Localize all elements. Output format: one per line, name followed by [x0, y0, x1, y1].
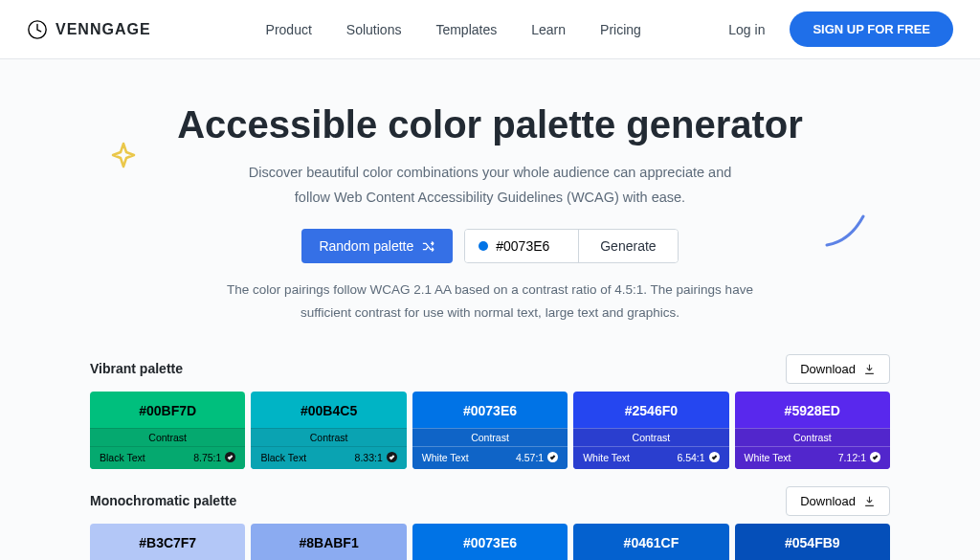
palette-title: Monochromatic palette	[90, 493, 236, 508]
color-swatch[interactable]: #00BF7D Contrast Black Text 8.75:1	[90, 392, 245, 469]
swatch-text-type: Black Text	[100, 452, 145, 463]
header: VENNGAGE Product Solutions Templates Lea…	[0, 0, 980, 59]
download-icon	[863, 495, 876, 507]
login-link[interactable]: Log in	[728, 22, 765, 37]
swatch-hex: #0073E6	[412, 392, 568, 428]
check-icon	[225, 452, 235, 462]
hex-input-wrapper	[465, 230, 578, 262]
swatch-ratio: 7.12:1	[838, 452, 866, 463]
brand-logo[interactable]: VENNGAGE	[27, 19, 151, 40]
swatch-ratio: 6.54:1	[677, 452, 704, 463]
swatch-text-type: White Text	[422, 452, 469, 463]
swatch-hex: #0073E6	[412, 524, 568, 560]
swatch-hex: #0461CF	[573, 524, 728, 560]
check-icon	[547, 452, 558, 462]
swatch-contrast-label: Contrast	[90, 428, 245, 447]
swatch-text-type: White Text	[745, 452, 791, 463]
header-right: Log in SIGN UP FOR FREE	[728, 11, 953, 47]
nav-product[interactable]: Product	[266, 22, 312, 37]
brand-name: VENNGAGE	[56, 21, 151, 38]
swatch-hex: #8BABF1	[251, 524, 406, 560]
swoosh-icon	[821, 213, 869, 251]
swatch-hex: #2546F0	[573, 392, 728, 428]
swatch-ratio: 4.57:1	[516, 452, 544, 463]
swatch-ratio: 8.33:1	[355, 452, 383, 463]
nav-templates[interactable]: Templates	[435, 22, 497, 37]
signup-button[interactable]: SIGN UP FOR FREE	[790, 11, 953, 47]
random-palette-button[interactable]: Random palette	[301, 229, 453, 263]
shuffle-icon	[421, 239, 435, 254]
color-swatch[interactable]: #054FB9 Contrast White Text 7.43:1	[735, 524, 890, 560]
hero: Accessible color palette generator Disco…	[0, 59, 980, 333]
page-title: Accessible color palette generator	[0, 103, 980, 146]
palette-section: Monochromatic palette Download #B3C7F7 C…	[90, 486, 890, 560]
download-icon	[863, 363, 876, 375]
swatch-hex: #B3C7F7	[90, 524, 245, 560]
swatch-hex: #00B4C5	[251, 392, 406, 428]
hex-input[interactable]	[496, 238, 565, 254]
color-swatch[interactable]: #5928ED Contrast White Text 7.12:1	[735, 392, 890, 469]
main-nav: Product Solutions Templates Learn Pricin…	[266, 22, 641, 37]
color-swatch[interactable]: #B3C7F7 Contrast Black Text 12.43:1	[90, 524, 245, 560]
nav-pricing[interactable]: Pricing	[600, 22, 641, 37]
palette-section: Vibrant palette Download #00BF7D Contras…	[90, 354, 890, 469]
swatch-contrast-label: Contrast	[735, 428, 890, 447]
color-swatch[interactable]: #2546F0 Contrast White Text 6.54:1	[573, 392, 728, 469]
swatch-row: #00BF7D Contrast Black Text 8.75:1 #00B4…	[90, 392, 890, 469]
swatch-contrast-label: Contrast	[573, 428, 728, 447]
logo-icon	[27, 19, 48, 40]
nav-learn[interactable]: Learn	[531, 22, 566, 37]
swatch-hex: #00BF7D	[90, 392, 245, 428]
download-button[interactable]: Download	[786, 486, 890, 516]
color-swatch[interactable]: #0073E6 Contrast White Text 4.57:1	[412, 524, 568, 560]
color-swatch[interactable]: #00B4C5 Contrast Black Text 8.33:1	[251, 392, 406, 469]
palettes-container: Vibrant palette Download #00BF7D Contras…	[0, 333, 980, 560]
hex-input-group: Generate	[464, 229, 678, 263]
swatch-ratio: 8.75:1	[193, 452, 221, 463]
swatch-hex: #5928ED	[735, 392, 890, 428]
palette-title: Vibrant palette	[90, 361, 183, 376]
page-subtitle: Discover beautiful color combinations yo…	[222, 160, 758, 210]
generate-button[interactable]: Generate	[578, 230, 677, 262]
swatch-text-type: White Text	[583, 452, 630, 463]
swatch-contrast-label: Contrast	[412, 428, 568, 447]
check-icon	[870, 452, 880, 462]
swatch-contrast-label: Contrast	[251, 428, 406, 447]
color-swatch[interactable]: #8BABF1 Contrast Black Text 9.19:1	[251, 524, 406, 560]
swatch-text-type: Black Text	[260, 452, 306, 463]
download-button[interactable]: Download	[786, 354, 890, 384]
check-icon	[387, 452, 397, 462]
check-icon	[709, 452, 720, 462]
swatch-row: #B3C7F7 Contrast Black Text 12.43:1 #8BA…	[90, 524, 890, 560]
swatch-hex: #054FB9	[735, 524, 890, 560]
nav-solutions[interactable]: Solutions	[346, 22, 402, 37]
wcag-note: The color pairings follow WCAG 2.1 AA ba…	[203, 279, 777, 325]
color-swatch[interactable]: #0073E6 Contrast White Text 4.57:1	[412, 392, 568, 469]
color-preview-dot	[479, 241, 488, 251]
color-swatch[interactable]: #0461CF Contrast White Text 5.81:1	[573, 524, 728, 560]
sparkle-icon	[111, 142, 136, 174]
